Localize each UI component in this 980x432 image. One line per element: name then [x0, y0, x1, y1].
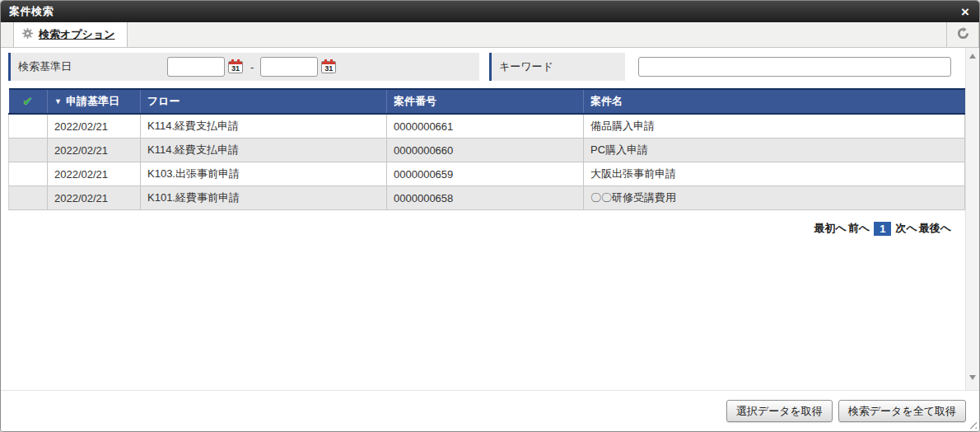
- refresh-icon: [957, 27, 969, 43]
- cell-case-name: 大阪出張事前申請: [584, 162, 965, 186]
- cell-case-no: 0000000660: [387, 139, 584, 162]
- tab-search-options-label: 検索オプション: [39, 27, 115, 42]
- row-select-cell[interactable]: [9, 162, 48, 186]
- pagination-prev[interactable]: 前へ: [847, 221, 870, 236]
- date-from-input[interactable]: [167, 57, 225, 77]
- column-header-flow[interactable]: フロー: [141, 89, 387, 114]
- dialog-titlebar: 案件検索 ×: [1, 1, 979, 22]
- keyword-input[interactable]: [638, 57, 951, 77]
- keyword-input-wrap: [625, 57, 958, 77]
- toolbar: 検索オプション: [1, 22, 979, 48]
- case-search-dialog: 案件検索 × 検索オプション: [0, 0, 980, 432]
- pagination-last[interactable]: 最後へ: [918, 221, 952, 236]
- cell-flow: K114.経費支払申請: [141, 139, 387, 162]
- pagination: 最初へ 前へ 1 次へ 最後へ: [1, 221, 952, 236]
- cell-date: 2022/02/21: [48, 114, 141, 139]
- date-to-input[interactable]: [260, 57, 318, 77]
- dialog-content: 検索基準日 31 - 31 キーワード: [1, 48, 979, 390]
- column-header-case-no[interactable]: 案件番号: [387, 89, 584, 114]
- row-select-cell[interactable]: [9, 186, 48, 210]
- pagination-current-page: 1: [874, 222, 891, 236]
- table-row[interactable]: 2022/02/21 K114.経費支払申請 0000000660 PC購入申請: [9, 139, 965, 162]
- cell-case-no: 0000000658: [387, 186, 584, 210]
- date-range-separator: -: [250, 61, 254, 73]
- cell-case-name: PC購入申請: [584, 139, 965, 162]
- content-main: 検索基準日 31 - 31 キーワード: [1, 48, 965, 390]
- check-icon: ✔: [22, 94, 33, 108]
- calendar-icon-from[interactable]: 31: [228, 61, 243, 73]
- cell-date: 2022/02/21: [48, 186, 141, 210]
- resize-handle[interactable]: [968, 420, 977, 429]
- cell-date: 2022/02/21: [48, 162, 141, 186]
- cell-flow: K103.出張事前申請: [141, 162, 387, 186]
- vertical-scrollbar[interactable]: [965, 48, 979, 390]
- select-all-header[interactable]: ✔: [9, 89, 48, 114]
- dialog-title: 案件検索: [9, 4, 54, 19]
- table-header-row: ✔ ▼申請基準日 フロー 案件番号 案件名: [9, 89, 965, 114]
- cell-case-name: 〇〇研修受講費用: [584, 186, 965, 210]
- cell-case-no: 0000000659: [387, 162, 584, 186]
- filter-date-group: 検索基準日 31 - 31: [8, 53, 479, 81]
- refresh-button[interactable]: [946, 22, 979, 47]
- date-filter-label: 検索基準日: [8, 53, 159, 81]
- column-header-case-name[interactable]: 案件名: [584, 89, 965, 114]
- row-select-cell[interactable]: [9, 139, 48, 162]
- pagination-next[interactable]: 次へ: [894, 221, 917, 236]
- close-icon[interactable]: ×: [959, 5, 971, 19]
- dialog-footer: 選択データを取得 検索データを全て取得: [1, 390, 979, 431]
- calendar-icon-to[interactable]: 31: [321, 61, 336, 73]
- row-select-cell[interactable]: [9, 114, 48, 139]
- cell-flow: K101.経費事前申請: [141, 186, 387, 210]
- get-selected-data-button[interactable]: 選択データを取得: [726, 400, 833, 422]
- table-row[interactable]: 2022/02/21 K101.経費事前申請 0000000658 〇〇研修受講…: [9, 186, 965, 210]
- cell-flow: K114.経費支払申請: [141, 114, 387, 139]
- column-header-date[interactable]: ▼申請基準日: [48, 89, 141, 114]
- toolbar-spacer: [128, 22, 946, 47]
- scroll-down-icon[interactable]: [969, 375, 976, 380]
- cell-case-name: 備品購入申請: [584, 114, 965, 139]
- table-row[interactable]: 2022/02/21 K114.経費支払申請 0000000661 備品購入申請: [9, 114, 965, 139]
- keyword-filter-label: キーワード: [489, 53, 625, 81]
- gear-icon: [22, 27, 33, 42]
- tab-search-options[interactable]: 検索オプション: [13, 22, 128, 47]
- scroll-up-icon[interactable]: [969, 54, 976, 59]
- pagination-first[interactable]: 最初へ: [814, 221, 847, 236]
- cell-date: 2022/02/21: [48, 139, 141, 162]
- table-row[interactable]: 2022/02/21 K103.出張事前申請 0000000659 大阪出張事前…: [9, 162, 965, 186]
- get-all-data-button[interactable]: 検索データを全て取得: [838, 400, 966, 422]
- sort-desc-icon: ▼: [54, 97, 62, 106]
- cell-case-no: 0000000661: [387, 114, 584, 139]
- filter-keyword-group: キーワード: [489, 53, 958, 81]
- results-table: ✔ ▼申請基準日 フロー 案件番号 案件名 2022/02/21 K114.経費…: [8, 88, 965, 210]
- filter-row: 検索基準日 31 - 31 キーワード: [8, 53, 958, 81]
